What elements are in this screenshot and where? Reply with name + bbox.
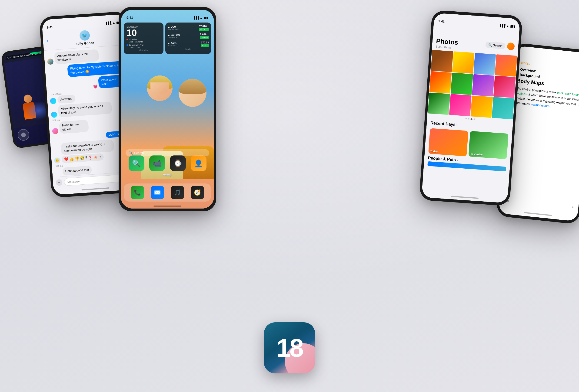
stock-value: 37,816 (199, 25, 209, 28)
messages-back-button[interactable]: ‹ (47, 39, 48, 43)
findmy-icon: 🔍 (129, 155, 145, 171)
stocks-widget[interactable]: ▲ DOW Dow Jones I... 37,816 +570.17 ▲ S&… (165, 23, 211, 54)
photo-thumb[interactable] (472, 74, 494, 96)
stock-row-sp500: ▲ S&P 500 Standard &... 5,036 +80.48 (168, 33, 209, 39)
status-icons: ▐▐▐ ▲ ▮▮▮ (193, 16, 208, 19)
stocks-widget-label: Stocks (168, 48, 209, 50)
app-watch[interactable]: ⌚ Watch (170, 155, 186, 171)
tapback-question[interactable]: ❓ (88, 155, 92, 160)
photos-search-button[interactable]: 🔍 Search (485, 41, 506, 49)
photos-screen: 9:41 ▐▐▐ ▲ ▮▮▮ Photos 8,342 Items 🔍 Sear… (422, 13, 520, 203)
contact-mini-avatar (52, 128, 59, 134)
photo-thumb[interactable] (452, 51, 475, 74)
tapback-thumbsup[interactable]: 👍 (69, 157, 74, 161)
page-dot[interactable] (473, 118, 475, 120)
search-label: Search (134, 151, 144, 155)
dock-app-mail[interactable]: ✉️ (151, 186, 164, 199)
notes-toolbar: Aa + (504, 198, 574, 210)
dock-app-music[interactable]: 🎵 (171, 186, 184, 199)
notes-hashtag: #acupressure (531, 103, 550, 108)
notes-tool-add[interactable]: + (571, 205, 574, 210)
search-pill[interactable]: 🔍 Search (126, 149, 209, 156)
stock-change: +570.17 (199, 28, 209, 31)
stock-value: 5,036 (200, 33, 209, 36)
ios18-number: 18 (277, 335, 302, 361)
contact-mini-avatar (51, 112, 58, 118)
calendar-event-2: Lunch with Andy 11AM – 12PM (127, 44, 161, 49)
dock-app-phone[interactable]: 📞 (131, 186, 144, 199)
stock-sub: Dow Jones I... (168, 28, 180, 30)
status-icons: ▐▐▐ ▲ ▮▮▮ (499, 24, 515, 28)
calendar-widget[interactable]: MONDAY 10 Site visit 10:15 – 10:45AM Lun… (124, 23, 163, 54)
photo-thumb[interactable] (470, 95, 493, 118)
tapback-add[interactable]: + (99, 155, 101, 159)
stock-name: ▲ DOW (168, 26, 180, 28)
message-bubble: Nada for me either! (59, 120, 89, 134)
stock-sub: Apple Inc. (168, 44, 177, 47)
tapback-heart[interactable]: ❤️ (64, 157, 69, 162)
status-time: 9:41 (47, 25, 53, 29)
message-bubble: Absolutely no plans yet, which I kind of… (58, 102, 112, 117)
tapback-thumbsdown[interactable]: 👎 (75, 156, 79, 161)
tapback-row: ❤️ 👍 👎 🤣 ‼️ ❓ 🎂 + (61, 153, 104, 164)
stock-row-aapl: ▲ AAPL Apple Inc. 170.33 +3.17 (168, 41, 209, 47)
app-contacts[interactable]: 👤 Contacts (191, 155, 207, 171)
home-app-row-1: 🔍 Find My 📹 FaceTime ⌚ Wa (124, 155, 211, 171)
page-dot[interactable] (468, 118, 469, 119)
photos-header-left: Photos 8,342 Items (436, 37, 459, 50)
message-bubble: Anyone have plans this weekend? (54, 49, 99, 64)
app-findmy[interactable]: 🔍 Find My (129, 155, 145, 171)
message-placeholder: iMessage (67, 179, 80, 184)
phone-home: 9:41 ▐▐▐ ▲ ▮▮▮ MONDAY 10 Site visit 10:1… (119, 7, 216, 211)
ios18-background: 18 (264, 322, 315, 373)
stock-sub: Standard &... (168, 36, 180, 38)
page-dot[interactable] (465, 118, 467, 119)
photo-thumb[interactable] (494, 76, 516, 98)
stock-name: ▲ AAPL (168, 42, 177, 44)
calendar-date: 10 (127, 28, 161, 37)
photos-grid (427, 50, 518, 119)
wifi-icon: ▲ (200, 16, 203, 19)
compass-app-icon: 🧭 (191, 186, 204, 199)
contact-mini-avatar: 🐦 (47, 58, 54, 65)
photo-thumb[interactable] (451, 73, 473, 95)
home-dock: 📞 ✉️ 🎵 🧭 (124, 183, 211, 202)
home-app-rows: 🔍 Find My 📹 FaceTime ⌚ Wa (124, 155, 211, 172)
photo-thumb[interactable] (495, 54, 517, 77)
message-sender: Will Xu (55, 165, 63, 168)
dock-app-compass[interactable]: 🧭 (191, 186, 204, 199)
notes-back-label: Notes (521, 61, 530, 65)
tapback-cake[interactable]: 🎂 (93, 155, 98, 160)
photo-thumb[interactable] (431, 50, 453, 72)
home-indicator (422, 167, 509, 203)
battery-icon: ▮▮▮ (510, 24, 515, 28)
tapback-emphasis[interactable]: ‼️ (85, 156, 87, 161)
recent-card-yesterday[interactable]: Yesterday (468, 131, 508, 159)
page-dot-active[interactable] (470, 118, 473, 120)
status-time: 9:41 (127, 16, 133, 19)
search-icon: 🔍 (488, 43, 492, 47)
tapback-haha[interactable]: 🤣 (80, 156, 85, 161)
photo-thumb[interactable] (429, 71, 452, 94)
photo-thumb[interactable] (492, 97, 514, 119)
recent-card-today[interactable]: Today (428, 128, 468, 156)
photos-user-avatar[interactable] (507, 42, 515, 50)
home-search-bar[interactable]: 🔍 Search (126, 149, 209, 156)
app-facetime[interactable]: 📹 FaceTime (149, 155, 165, 171)
mail-app-icon: ✉️ (151, 186, 164, 199)
home-screen: 9:41 ▐▐▐ ▲ ▮▮▮ MONDAY 10 Site visit 10:1… (121, 10, 214, 209)
notes-body-text: The central principles of reflex ears re… (514, 86, 579, 112)
overview-label: Overview (520, 67, 536, 73)
signal-icon: ▐▐▐ (105, 21, 112, 25)
message-attach-button[interactable]: + (56, 179, 63, 186)
game-joystick[interactable] (17, 128, 30, 141)
phone-app-icon: 📞 (131, 186, 144, 199)
home-status-bar: 9:41 ▐▐▐ ▲ ▮▮▮ (121, 10, 214, 21)
card-label-today: Today (430, 150, 438, 153)
phone-photos: 9:41 ▐▐▐ ▲ ▮▮▮ Photos 8,342 Items 🔍 Sear… (419, 10, 523, 206)
search-label: Search (493, 43, 503, 47)
photo-thumb[interactable] (473, 53, 496, 75)
calendar-widget-label: Calendar (127, 49, 161, 51)
photo-thumb[interactable] (428, 92, 450, 115)
photo-thumb[interactable] (449, 94, 472, 116)
